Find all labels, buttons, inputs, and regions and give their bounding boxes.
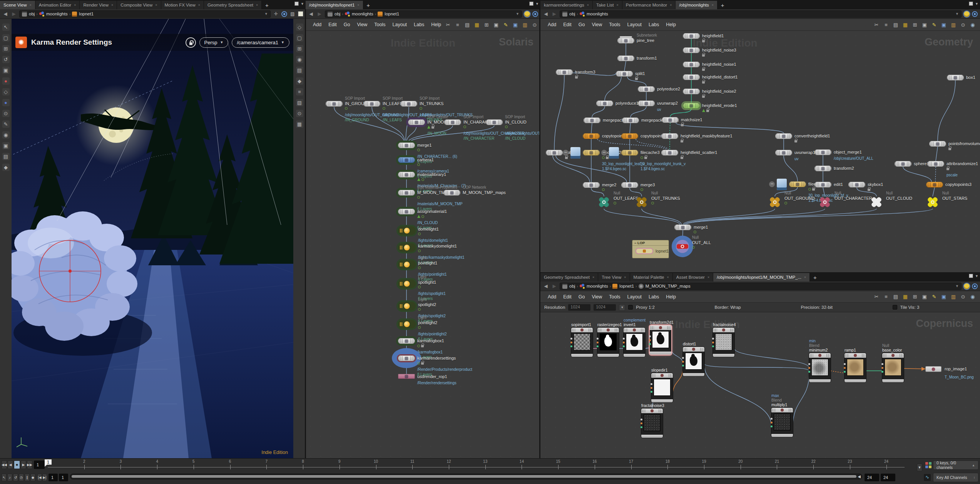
range-start-field[interactable]: 1 — [48, 474, 58, 481]
layers-icon[interactable]: ▧ — [296, 99, 303, 106]
menu-view[interactable]: View — [588, 22, 605, 27]
node-merge1[interactable]: merge1 — [674, 224, 691, 230]
node-uvunwrap2[interactable]: uvunwrap2uv — [638, 100, 655, 106]
prev-key-button[interactable]: |◀ — [37, 474, 42, 481]
lop-network-editor[interactable]: Indie Edition Solaris SOP ImportIN_GROUN… — [306, 31, 540, 458]
bulb-icon[interactable] — [524, 11, 530, 17]
box-icon[interactable]: ▥ — [522, 21, 528, 28]
target-icon[interactable] — [972, 11, 978, 17]
node-out-leafs[interactable]: NullOUT_LEAFS — [597, 196, 610, 209]
tab-close-icon[interactable]: × — [30, 3, 32, 7]
palette-icon[interactable]: ▦ — [473, 21, 480, 28]
new-tab-button[interactable]: + — [717, 1, 727, 9]
node-out-character[interactable]: NullOUT_CHARACTER — [818, 196, 831, 209]
palette-icon[interactable]: ▤ — [2, 153, 10, 160]
node-invert1[interactable]: complementinvert1 — [624, 328, 645, 357]
menu-add[interactable]: Add — [309, 22, 325, 27]
select-icon[interactable]: ↖ — [2, 23, 10, 31]
node-uvunwrap1[interactable]: uvunwrap1uv — [775, 150, 792, 156]
range-end-field-2[interactable]: 24 — [881, 474, 895, 481]
forward-icon[interactable]: ▶ — [551, 283, 557, 289]
lights-icon[interactable]: ◆ — [296, 77, 303, 85]
node-lopnet1[interactable]: – LOPlopnet1 — [632, 240, 669, 258]
ortho-icon[interactable]: ▢ — [296, 34, 303, 42]
node-karmarendersettings[interactable]: karmarendersettings/Render/Products/rend… — [398, 355, 415, 361]
paint-icon[interactable]: ✎ — [2, 121, 10, 128]
node-rop-image1[interactable]: rop_image1T_Moon_BC.png — [925, 366, 942, 372]
prev-frame-button[interactable]: ◀ — [8, 461, 13, 469]
node-in-ground[interactable]: SOP ImportIN_GROUND/obj/moonlights/OUT_G… — [326, 101, 343, 107]
back-icon[interactable]: ◀ — [543, 11, 549, 17]
node-m-moon-tmp[interactable]: Edit Material PropertiesM_MOON_TMP/mater… — [398, 190, 415, 196]
node-in-character[interactable]: SOP ImportIN_CHARACTER/obj/moonlights/OU… — [444, 119, 461, 125]
magnifier-icon[interactable]: ⊙ — [960, 293, 967, 300]
menu-edit[interactable]: Edit — [560, 22, 575, 27]
breadcrumb-item-obj[interactable]: obj — [22, 12, 35, 17]
move-icon[interactable]: ⊞ — [2, 45, 10, 52]
box-icon[interactable]: ▥ — [950, 21, 957, 28]
node-polyreduce1[interactable]: polyreduce1 — [596, 100, 613, 106]
back-icon[interactable]: ◀ — [2, 11, 8, 17]
range-slider[interactable]: ◀ — [70, 474, 862, 479]
lock-icon[interactable] — [186, 37, 196, 48]
node-pointlight1[interactable]: Lightpointlight1/lights/pointlight16 Lay… — [398, 260, 416, 269]
node-rasterizegeo1[interactable]: rasterizegeo1 — [597, 328, 619, 357]
eye-icon[interactable]: ◉ — [969, 293, 976, 300]
node-out-cloud[interactable]: NullOUT_CLOUD — [870, 196, 883, 209]
node-materiallibrary1[interactable]: materiallibrary1/materials/M_Character..… — [398, 172, 415, 178]
tab-close-icon[interactable]: × — [592, 275, 594, 279]
breadcrumb-item-obj[interactable]: obj — [562, 284, 575, 289]
node-heightfield-erode1[interactable]: heightfield_erode1 — [683, 103, 700, 109]
menu-edit[interactable]: Edit — [325, 22, 340, 27]
forward-icon[interactable]: ▶ — [316, 11, 323, 17]
tab-motion-fx-view[interactable]: Motion FX View× — [161, 1, 204, 9]
snap-icon[interactable]: ∥ — [25, 474, 30, 481]
node-m-moon-tmp-maps[interactable]: COP NetworkM_MOON_TMP_maps — [443, 190, 460, 196]
realtime-clock-icon[interactable]: ◷ — [19, 474, 24, 481]
view-icon[interactable]: ◆ — [2, 164, 10, 171]
light-icon[interactable]: ◉ — [2, 131, 10, 139]
play-stop-button[interactable]: ■ — [14, 461, 20, 469]
channels-grid-icon[interactable] — [925, 462, 928, 465]
target-icon[interactable] — [532, 11, 538, 17]
tab-take-list[interactable]: Take List× — [593, 1, 622, 9]
menu-help[interactable]: Help — [662, 22, 679, 27]
tree-icon[interactable]: ≡ — [883, 293, 890, 300]
menu-add[interactable]: Add — [544, 22, 560, 27]
menu-layout[interactable]: Layout — [624, 294, 646, 300]
pane-controls[interactable]: ▼ — [294, 2, 304, 6]
pane-controls[interactable]: ▼ — [969, 2, 978, 6]
node-pointlight2[interactable]: Lightpointlight2/lights/pointlight26 Lay… — [398, 320, 416, 328]
viewport-3d[interactable]: ✺ Karma Render Settings Persp▼ /cameras/… — [12, 19, 293, 458]
ruler-icon[interactable]: ≡ — [296, 88, 303, 95]
resolution-dropdown[interactable]: ▼ — [619, 304, 625, 311]
node-convertheightfield1[interactable]: convertheightfield1 — [775, 133, 792, 139]
hand-icon[interactable]: ▢ — [2, 34, 10, 42]
node-heightfield1[interactable]: heightfield1 — [683, 33, 700, 39]
back-icon[interactable]: ◀ — [308, 11, 314, 17]
new-tab-button[interactable]: + — [363, 1, 373, 9]
node-object-merge1[interactable]: object_merge1/obj/creature/OUT_ALL — [814, 149, 831, 155]
menu-tools[interactable]: Tools — [371, 22, 389, 27]
menu-labs[interactable]: Labs — [410, 22, 428, 27]
tab-scene-view[interactable]: Scene View× — [0, 1, 35, 9]
node-spotlight1[interactable]: Lightspotlight1/lights/spotlight16 Layer… — [398, 280, 416, 288]
node-camera1[interactable]: camera1/cameras/camera16 Layers — [398, 157, 415, 163]
tab-close-icon[interactable]: × — [616, 3, 618, 7]
node-domelight1[interactable]: domelight1/lights/domelight16 Layers — [398, 226, 416, 235]
breadcrumb-item-lopnet1[interactable]: lopnet1 — [612, 284, 634, 289]
back-icon[interactable]: ◀ — [543, 283, 549, 289]
node-usdrender-rop1[interactable]: usdrender_rop1/Render/rendersettings — [398, 374, 415, 379]
breadcrumb[interactable]: obj›moonlights▼ — [560, 10, 962, 18]
node-skybox1[interactable]: skybox1 — [848, 182, 865, 188]
proxy-checkbox[interactable] — [628, 305, 633, 310]
node-filecache2[interactable]: –filecache230_lop_moonlight_leaf_v1.$F4.… — [583, 150, 600, 156]
wrench-icon[interactable]: ✂ — [873, 21, 880, 28]
image-icon[interactable]: ▣ — [940, 21, 947, 28]
node-multiply1[interactable]: maxBlendmultiply1 — [771, 408, 793, 437]
undo-icon[interactable]: ↺ — [13, 474, 18, 481]
menu-go[interactable]: Go — [575, 294, 589, 300]
node-filecache1[interactable]: –filecache130_lop_moonlight_hf_v1.$F4.bg… — [789, 181, 806, 187]
tab-close-icon[interactable]: × — [624, 275, 626, 279]
image-icon[interactable]: ▣ — [940, 293, 947, 300]
